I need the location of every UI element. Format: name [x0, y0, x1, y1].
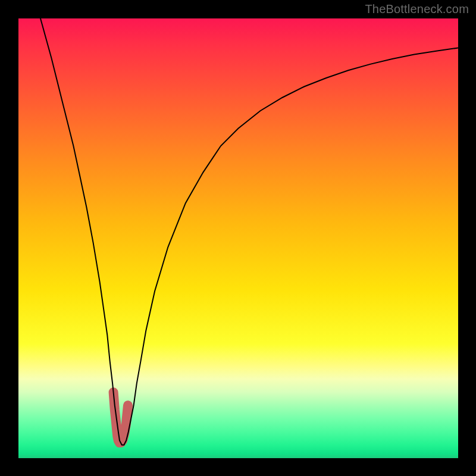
chart-plot-area	[18, 18, 458, 458]
highlight-band	[114, 392, 128, 443]
chart-curve-layer	[18, 18, 458, 458]
watermark-text: TheBottleneck.com	[365, 2, 469, 16]
bottleneck-curve	[40, 18, 458, 445]
